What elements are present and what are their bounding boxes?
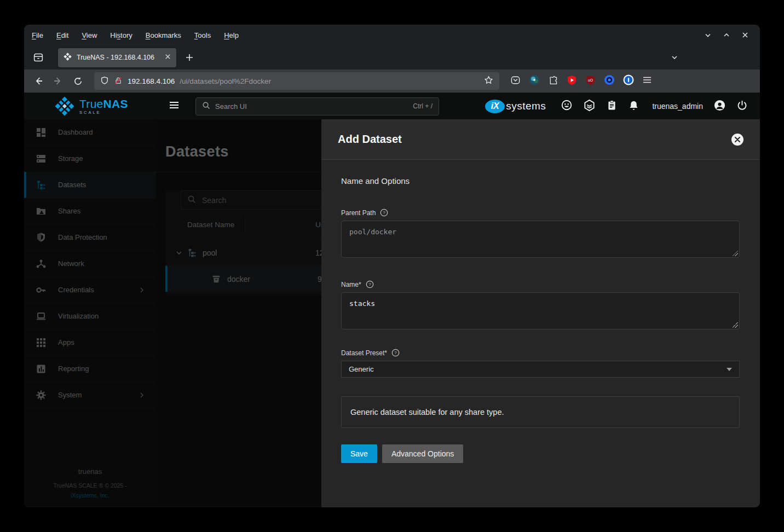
list-tabs-chevron-icon[interactable] [666,49,683,66]
advanced-options-button[interactable]: Advanced Options [382,444,463,463]
panel-body: Name and Options Parent Path ? pool/dock… [321,160,760,507]
svg-text:uO: uO [588,78,593,82]
tab-title: TrueNAS - 192.168.4.106 [77,54,160,61]
parent-path-label: Parent Path ? [341,209,740,217]
maximize-icon[interactable] [723,31,730,39]
ui-search-input[interactable] [215,102,408,111]
truecommand-icon[interactable] [583,99,596,114]
pocket-icon[interactable] [510,75,521,88]
resize-grip[interactable] [732,250,738,256]
section-heading: Name and Options [341,176,740,186]
browser-tabbar: TrueNAS - 192.168.4.106 [24,45,760,70]
extension-avatar-icon[interactable] [529,74,540,88]
svg-text:?: ? [383,210,386,215]
jobs-clipboard-icon[interactable] [606,100,618,113]
name-input[interactable]: stacks [341,292,740,329]
ixsystems-logo[interactable]: iX systems [485,100,546,113]
brand-name: TrueNAS [79,98,128,109]
menu-edit[interactable]: Edit [56,31,68,39]
back-icon[interactable] [30,72,47,90]
blue-circle-extension-icon[interactable] [604,74,615,88]
firefox-view-icon[interactable] [30,49,47,66]
truenas-logo-mark [54,96,76,117]
app-header: TrueNAS SCALE Ctrl + / iX systems [24,93,760,119]
browser-window: File Edit View History Bookmarks Tools H… [24,25,760,507]
new-tab-icon[interactable] [181,49,198,66]
menu-help[interactable]: Help [224,31,239,39]
svg-text:?: ? [394,350,397,355]
preset-value: Generic [349,365,374,373]
app-menu-icon[interactable] [642,75,652,87]
dataset-preset-label: Dataset Preset* ? [341,349,740,357]
insecure-lock-icon[interactable] [114,76,123,86]
dropdown-arrow-icon [727,368,732,371]
onepassword-icon[interactable] [623,74,634,88]
panel-title: Add Dataset [338,133,402,146]
search-icon [202,101,210,112]
feedback-smiley-icon[interactable] [561,99,573,113]
alerts-bell-icon[interactable] [628,100,639,113]
window-close-icon[interactable] [741,31,749,39]
forward-icon[interactable] [49,72,67,90]
browser-navbar: 192.168.4.106/ui/datasets/pool%2Fdocker … [24,70,760,93]
brand-sub: SCALE [79,111,128,115]
panel-header: Add Dataset [321,119,760,160]
parent-path-input[interactable]: pool/docker [341,221,740,258]
menu-tools[interactable]: Tools [194,31,211,39]
truenas-logo[interactable]: TrueNAS SCALE [24,96,156,117]
power-icon[interactable] [736,100,748,113]
truenas-app: TrueNAS SCALE Ctrl + / iX systems [24,93,760,507]
name-label: Name* ? [341,280,740,288]
url-path: /ui/datasets/pool%2Fdocker [180,77,479,85]
url-bar[interactable]: 192.168.4.106/ui/datasets/pool%2Fdocker [94,72,499,90]
menu-view[interactable]: View [82,31,97,39]
browser-tab-truenas[interactable]: TrueNAS - 192.168.4.106 [58,48,176,67]
username: truenas_admin [652,102,703,111]
hamburger-icon[interactable] [168,99,180,113]
user-avatar-icon[interactable] [713,99,726,114]
truenas-favicon [63,52,72,63]
menu-history[interactable]: History [110,31,132,39]
help-circle-icon[interactable]: ? [391,349,400,357]
menu-bookmarks[interactable]: Bookmarks [146,31,181,39]
help-circle-icon[interactable]: ? [366,280,374,288]
add-dataset-panel: Add Dataset Name and Options Parent Path… [321,119,760,507]
resize-grip[interactable] [732,322,738,328]
puzzle-extensions-icon[interactable] [548,75,558,88]
save-button[interactable]: Save [341,444,377,463]
menu-file[interactable]: File [32,31,43,39]
search-shortcut: Ctrl + / [413,102,433,110]
svg-text:?: ? [368,282,371,287]
help-circle-icon[interactable]: ? [380,209,388,217]
bookmark-star-icon[interactable] [484,76,493,86]
minimize-icon[interactable] [704,31,712,39]
url-host: 192.168.4.106 [128,77,175,85]
shield-icon[interactable] [100,76,109,86]
tab-close-icon[interactable] [164,53,171,62]
browser-menubar: File Edit View History Bookmarks Tools H… [24,25,760,45]
reload-icon[interactable] [69,72,87,90]
dataset-preset-select[interactable]: Generic [341,361,740,378]
ui-search[interactable]: Ctrl + / [195,97,439,115]
ublock-origin-icon[interactable]: uO [585,75,596,88]
close-icon[interactable] [731,134,743,146]
preset-info-box: Generic dataset suitable for any share t… [341,396,740,428]
video-shield-extension-icon[interactable] [567,75,577,88]
